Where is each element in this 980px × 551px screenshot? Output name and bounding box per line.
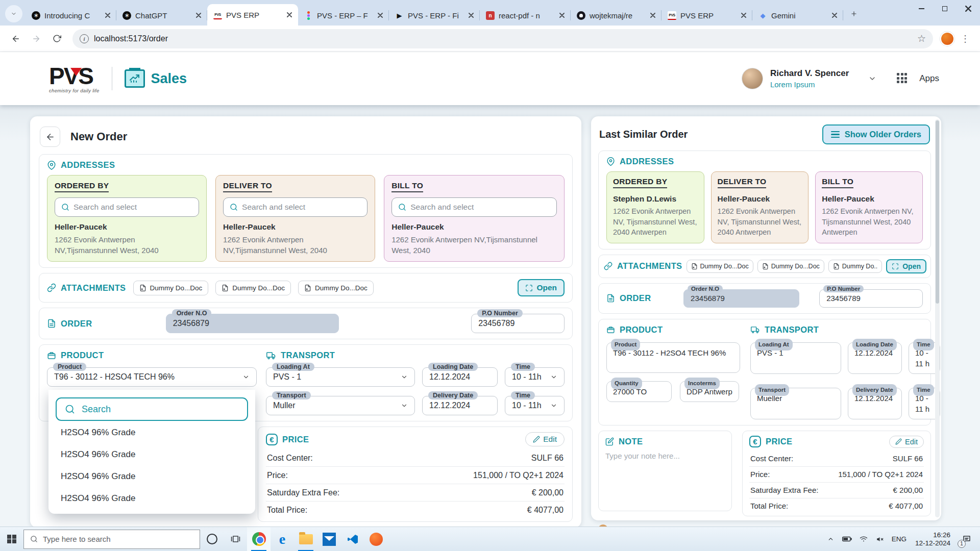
user-menu-chevron-icon[interactable]	[868, 74, 876, 83]
npm-favicon-icon: n	[486, 11, 495, 20]
tab-search-chevron-icon[interactable]	[5, 5, 22, 22]
menu-icon	[831, 131, 840, 138]
tab-close-icon[interactable]	[648, 11, 657, 20]
forward-icon[interactable]	[28, 30, 45, 47]
address-bar[interactable]: i localhost:5173/order ☆	[72, 29, 933, 48]
bill-to-search[interactable]	[391, 197, 557, 217]
tab-react-pdf[interactable]: n react-pdf - n	[480, 5, 571, 26]
similar-attachments-open-button[interactable]: Open	[886, 259, 926, 273]
link-icon	[47, 283, 56, 292]
back-button[interactable]	[40, 127, 60, 147]
page-title: New Order	[70, 130, 127, 143]
attachment-chip[interactable]: Dummy Do...Doc	[687, 260, 753, 273]
pvs-logo: PVS chemistry for daily life	[49, 64, 100, 93]
user-link[interactable]: Lorem Ipsum	[770, 80, 849, 89]
addresses-section: ADDRESSES ORDERED BY Heller-Paucek 1262 …	[39, 154, 573, 268]
tab-video[interactable]: ▶ PVS - ERP - Fi	[389, 5, 480, 26]
po-number-field: P.O Number 23456789	[471, 314, 565, 333]
browser-orange-taskbar-icon[interactable]	[364, 527, 388, 551]
file-icon	[304, 284, 311, 292]
attachment-chip[interactable]: Dummy Do...Doc	[298, 281, 374, 295]
taskbar-search[interactable]	[23, 530, 200, 549]
tab-pvs-erp-2[interactable]: PVS PVS ERP	[662, 5, 752, 26]
product-option[interactable]: H2SO4 96% Grade	[56, 422, 248, 443]
pvs-favicon-icon: PVS	[668, 11, 676, 20]
tab-figma[interactable]: PVS - ERP – F	[298, 5, 389, 26]
bookmark-star-icon[interactable]: ☆	[917, 33, 926, 44]
note-section: NOTE	[598, 431, 732, 511]
pencil-icon	[533, 436, 540, 443]
product-dropdown-search[interactable]	[56, 397, 248, 421]
battery-icon[interactable]	[840, 527, 854, 551]
tab-close-icon[interactable]	[285, 10, 294, 19]
url-text[interactable]: localhost:5173/order	[94, 34, 168, 43]
tab-close-icon[interactable]	[739, 11, 748, 20]
browser-profile-avatar[interactable]	[940, 32, 954, 46]
tab-gemini[interactable]: ◆ Gemini	[752, 5, 843, 26]
speaker-muted-icon[interactable]	[873, 527, 887, 551]
tab-close-icon[interactable]	[830, 11, 839, 20]
language-indicator[interactable]: ENG	[889, 535, 909, 543]
similar-price-edit-button[interactable]: Edit	[889, 436, 924, 448]
show-older-orders-button[interactable]: Show Older Orders	[822, 124, 930, 144]
window-maximize-button[interactable]	[933, 0, 957, 17]
window-close-button[interactable]	[957, 0, 980, 17]
taskbar-search-input[interactable]	[43, 535, 193, 543]
wifi-icon[interactable]	[856, 527, 871, 551]
tabs: ∗ Introducing C ∗ ChatGPT PVS PVS ERP PV…	[26, 0, 843, 26]
search-icon	[230, 203, 238, 211]
taskbar-clock[interactable]: 16:26 12-12-2024	[911, 531, 954, 547]
panel-scrollbar[interactable]	[935, 119, 940, 517]
note-input[interactable]	[605, 452, 725, 503]
product-option[interactable]: H2SO4 96% Grade	[56, 488, 248, 509]
similar-loading-at-value: Loading At PVS - 1	[750, 342, 841, 374]
site-info-icon[interactable]: i	[80, 34, 89, 43]
action-center-icon[interactable]: 1	[957, 527, 977, 551]
tab-chatgpt[interactable]: ∗ ChatGPT	[116, 5, 207, 26]
back-icon[interactable]	[7, 30, 24, 47]
edge-taskbar-icon[interactable]: e	[271, 527, 294, 551]
ordered-by-search-input[interactable]	[74, 203, 192, 212]
ordered-by-search[interactable]	[55, 197, 199, 217]
attachment-chip[interactable]: Dummy Do...Doc	[133, 281, 209, 295]
task-view-icon[interactable]	[224, 527, 247, 551]
attachment-chip[interactable]: Dummy Do...Doc	[215, 281, 291, 295]
mail-taskbar-icon[interactable]	[317, 527, 341, 551]
tab-close-icon[interactable]	[557, 11, 567, 20]
file-explorer-taskbar-icon[interactable]	[294, 527, 317, 551]
tab-github[interactable]: wojtekmaj/re	[571, 5, 662, 26]
new-tab-button[interactable]	[846, 6, 862, 21]
tab-close-icon[interactable]	[103, 11, 112, 20]
reload-icon[interactable]	[48, 30, 65, 47]
attachments-open-button[interactable]: Open	[518, 279, 565, 296]
vscode-taskbar-icon[interactable]	[341, 527, 364, 551]
tab-close-icon[interactable]	[194, 11, 203, 20]
product-dropdown-search-input[interactable]	[82, 404, 239, 415]
tray-chevron-icon[interactable]	[824, 527, 838, 551]
tab-close-icon[interactable]	[467, 11, 476, 20]
chrome-taskbar-icon[interactable]	[247, 527, 271, 551]
tab-pvs-erp-active[interactable]: PVS PVS ERP	[207, 4, 298, 26]
order-section: ORDER Order N.O 23456879 P.O Number 2345…	[39, 308, 573, 339]
bill-to-search-input[interactable]	[410, 203, 550, 212]
price-section: € PRICE Edit Cost Center:SULF 66 Price:1…	[258, 427, 573, 522]
tab-introducing[interactable]: ∗ Introducing C	[26, 5, 116, 26]
user-avatar[interactable]	[742, 68, 763, 89]
chevron-down-icon	[550, 402, 557, 409]
price-edit-button[interactable]: Edit	[525, 432, 565, 446]
deliver-to-search[interactable]	[223, 197, 368, 217]
start-button[interactable]	[0, 527, 23, 551]
apps-grid-icon[interactable]	[897, 73, 908, 84]
attachment-chip[interactable]: Dummy Do..	[828, 260, 882, 273]
similar-loading-date-value: Loading Date 12.12.2024	[848, 342, 902, 374]
product-option[interactable]: H2SO4 96% Grade	[56, 466, 248, 487]
scrollbar-thumb[interactable]	[936, 120, 939, 304]
cortana-icon[interactable]	[200, 527, 224, 551]
product-option[interactable]: H2SO4 96% Grade	[56, 444, 248, 465]
attachment-chip[interactable]: Dummy Do...Doc	[757, 260, 824, 273]
tab-close-icon[interactable]	[376, 11, 385, 20]
chevron-down-icon	[401, 402, 408, 409]
window-minimize-button[interactable]	[910, 0, 933, 17]
browser-menu-icon[interactable]: ⋮	[958, 33, 973, 44]
deliver-to-search-input[interactable]	[242, 203, 361, 212]
